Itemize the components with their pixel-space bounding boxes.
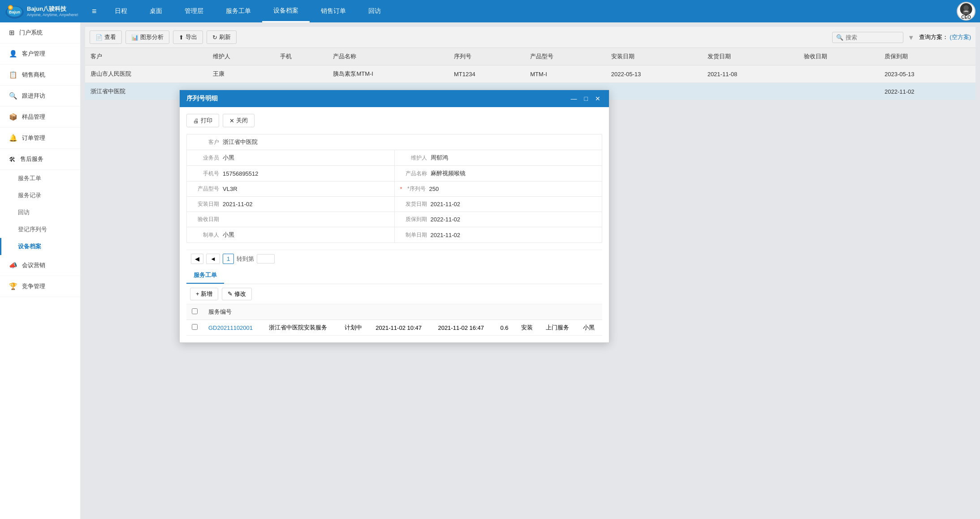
model-label: 产品型号 bbox=[192, 185, 219, 193]
nav-item-desktop[interactable]: 桌面 bbox=[138, 0, 173, 22]
close-icon: ✕ bbox=[229, 117, 234, 124]
sidebar-item-order[interactable]: 🔔 订单管理 bbox=[0, 128, 80, 149]
sub-col-service-no: 服务编号 bbox=[203, 304, 263, 320]
make-date-value: 2021-11-02 bbox=[431, 232, 461, 238]
sidebar-label-sales: 销售商机 bbox=[22, 71, 45, 79]
customer-value: 浙江省中医院 bbox=[223, 138, 258, 146]
form-row-maker: 制单人 小黑 制单日期 2021-11-02 bbox=[187, 227, 602, 242]
model-value: VL3R bbox=[223, 186, 237, 192]
top-navigation: Bajun Bajun八骏科技 Anyone, Anytime, Anywher… bbox=[0, 0, 980, 22]
nav-item-equipment[interactable]: 设备档案 bbox=[262, 0, 310, 22]
sidebar-label-followup: 跟进拜访 bbox=[22, 92, 45, 100]
modal-minimize-button[interactable]: — bbox=[569, 95, 579, 102]
nav-item-sales-order[interactable]: 销售订单 bbox=[310, 0, 357, 22]
sidebar-item-compete[interactable]: 🏆 竞争管理 bbox=[0, 276, 80, 297]
form-cell-install: 安装日期 2021-11-02 bbox=[187, 197, 395, 212]
sidebar-item-aftersales[interactable]: 🛠 售后服务 bbox=[0, 149, 80, 170]
avatar[interactable]: CEO bbox=[957, 2, 976, 21]
sidebar-label-order: 订单管理 bbox=[22, 134, 45, 142]
form-row-model-serial: 产品型号 VL3R * *序列号 250 bbox=[187, 182, 602, 197]
sub-cell-service-no: GD20211102001 bbox=[203, 320, 263, 336]
ship-label: 发货日期 bbox=[400, 200, 427, 208]
sidebar-sub-workorder[interactable]: 服务工单 bbox=[0, 170, 80, 187]
form-cell-accept: 验收日期 bbox=[187, 212, 395, 227]
sidebar-label-customer: 客户管理 bbox=[22, 50, 45, 58]
sub-col-mode bbox=[540, 304, 578, 320]
form-cell-model: 产品型号 VL3R bbox=[187, 182, 395, 196]
sidebar-item-followup[interactable]: 🔍 跟进拜访 bbox=[0, 86, 80, 107]
sidebar-item-portal[interactable]: ⊞ 门户系统 bbox=[0, 22, 80, 43]
print-icon: 🖨 bbox=[193, 117, 199, 124]
row-checkbox[interactable] bbox=[192, 324, 198, 330]
sidebar-item-sales[interactable]: 📋 销售商机 bbox=[0, 65, 80, 86]
product-name-label: 产品名称 bbox=[400, 170, 427, 177]
detail-form: 客户 浙江省中医院 业务员 小黑 维护人 周郁鸿 bbox=[186, 134, 602, 243]
sub-col-type bbox=[516, 304, 540, 320]
modal-body: 🖨 打印 ✕ 关闭 客户 浙江省中医院 bbox=[180, 107, 609, 342]
modal-header: 序列号明细 — □ ✕ bbox=[180, 90, 609, 107]
brand-name: Bajun八骏科技 bbox=[27, 5, 78, 13]
make-date-label: 制单日期 bbox=[400, 231, 427, 239]
sub-col-date2 bbox=[432, 304, 495, 320]
edit-button[interactable]: ✎ 修改 bbox=[222, 288, 252, 300]
sidebar-item-meeting[interactable]: 📣 会议营销 bbox=[0, 255, 80, 276]
form-cell-salesperson: 业务员 小黑 bbox=[187, 150, 395, 165]
modal-controls: — □ ✕ bbox=[569, 95, 602, 102]
page-first-button[interactable]: ◀ bbox=[191, 254, 203, 264]
form-cell-maintainer: 维护人 周郁鸿 bbox=[395, 150, 602, 165]
form-row-customer: 客户 浙江省中医院 bbox=[187, 134, 602, 150]
sidebar-sub-equipment-archive[interactable]: 设备档案 bbox=[0, 238, 80, 255]
print-button[interactable]: 🖨 打印 bbox=[186, 114, 219, 127]
page-prev-button[interactable]: ◄ bbox=[206, 254, 220, 264]
nav-item-revisit[interactable]: 回访 bbox=[357, 0, 392, 22]
sidebar-sub-revisit[interactable]: 回访 bbox=[0, 204, 80, 221]
modal-title: 序列号明细 bbox=[186, 95, 218, 103]
add-button[interactable]: + 新增 bbox=[190, 288, 218, 300]
sidebar-label-sample: 样品管理 bbox=[22, 113, 45, 121]
sub-table-header: 服务编号 bbox=[186, 304, 602, 320]
maker-value: 小黑 bbox=[223, 231, 234, 239]
hamburger-menu[interactable]: ≡ bbox=[85, 7, 104, 16]
serial-value: 250 bbox=[429, 186, 439, 192]
avatar-icon bbox=[959, 3, 973, 16]
nav-item-management[interactable]: 管理层 bbox=[173, 0, 215, 22]
sub-table-row[interactable]: GD20211102001 浙江省中医院安装服务 计划中 2021-11-02 … bbox=[186, 320, 602, 336]
modal-maximize-button[interactable]: □ bbox=[583, 95, 590, 102]
modal-close-btn[interactable]: ✕ 关闭 bbox=[223, 114, 255, 127]
sales-icon: 📋 bbox=[9, 71, 17, 79]
sidebar-item-sample[interactable]: 📦 样品管理 bbox=[0, 107, 80, 128]
sidebar-sub-register-serial[interactable]: 登记序列号 bbox=[0, 221, 80, 238]
sidebar-sub-service-record[interactable]: 服务记录 bbox=[0, 187, 80, 204]
warranty-value: 2022-11-02 bbox=[431, 216, 461, 223]
nav-item-service[interactable]: 服务工单 bbox=[215, 0, 262, 22]
sub-col-date1 bbox=[370, 304, 432, 320]
select-all-checkbox[interactable] bbox=[192, 308, 198, 314]
aftersales-icon: 🛠 bbox=[9, 156, 16, 163]
sub-table: 服务编号 bbox=[186, 304, 602, 336]
form-cell-warranty: 质保到期 2022-11-02 bbox=[395, 212, 602, 227]
tab-workorder[interactable]: 服务工单 bbox=[186, 268, 224, 284]
customer-label: 客户 bbox=[192, 138, 219, 146]
sub-cell-desc: 浙江省中医院安装服务 bbox=[263, 320, 339, 336]
sub-cell-status: 计划中 bbox=[339, 320, 370, 336]
form-cell-ship: 发货日期 2021-11-02 bbox=[395, 197, 602, 212]
sidebar-item-customer[interactable]: 👤 客户管理 bbox=[0, 43, 80, 65]
nav-item-schedule[interactable]: 日程 bbox=[104, 0, 138, 22]
svg-text:Bajun: Bajun bbox=[9, 10, 20, 14]
sub-col-arranger bbox=[578, 304, 602, 320]
sample-icon: 📦 bbox=[9, 113, 17, 121]
meeting-icon: 📣 bbox=[9, 261, 17, 269]
modal-close-button[interactable]: ✕ bbox=[593, 95, 602, 102]
install-label: 安装日期 bbox=[192, 200, 219, 208]
service-no-link[interactable]: GD20211102001 bbox=[208, 324, 253, 331]
sub-col-desc bbox=[263, 304, 339, 320]
serial-detail-modal: 序列号明细 — □ ✕ 🖨 打印 ✕ 关闭 bbox=[179, 90, 609, 343]
page-current: 1 bbox=[223, 254, 234, 264]
form-row-salesperson-maintainer: 业务员 小黑 维护人 周郁鸿 bbox=[187, 150, 602, 166]
salesperson-label: 业务员 bbox=[192, 154, 219, 162]
sidebar-label-compete: 竞争管理 bbox=[22, 282, 45, 290]
main-content: 📄 查看 📊 图形分析 ⬆ 导出 ↻ 刷新 🔍 bbox=[81, 22, 980, 519]
nav-right: CEO bbox=[957, 2, 976, 21]
page-goto-input[interactable] bbox=[257, 254, 275, 264]
install-value: 2021-11-02 bbox=[223, 201, 253, 208]
